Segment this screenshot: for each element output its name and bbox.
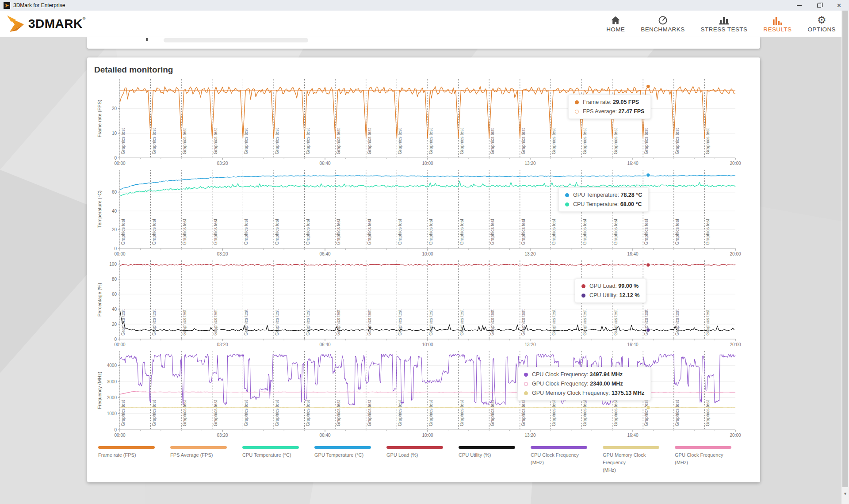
svg-text:Graphics test: Graphics test (582, 128, 587, 154)
svg-text:Graphics test: Graphics test (428, 128, 433, 154)
nav-item-options[interactable]: ⚙OPTIONS (807, 15, 836, 33)
legend-item-cpu-clock-frequency-mhz[interactable]: CPU Clock Frequency (MHz) (531, 446, 603, 474)
svg-text:Graphics test: Graphics test (675, 309, 680, 336)
brand-logo[interactable]: 3DMARK ® (6, 14, 85, 34)
card-title: Detailed monitoring (94, 65, 760, 75)
nav-item-results[interactable]: RESULTS (763, 15, 792, 33)
restore-icon (817, 4, 821, 8)
svg-text:Graphics test: Graphics test (182, 128, 187, 154)
series-color-dot (565, 202, 569, 206)
chart-plot-3[interactable]: 02040608010000:0003:2006:4010:0013:2016:… (94, 259, 753, 349)
svg-text:Graphics test: Graphics test (213, 309, 218, 336)
svg-text:Graphics test: Graphics test (336, 309, 341, 336)
svg-text:Graphics test: Graphics test (490, 400, 495, 426)
legend-item-cpu-utility[interactable]: CPU Utility (%) (459, 446, 531, 474)
svg-text:Graphics test: Graphics test (705, 128, 710, 154)
svg-text:10:00: 10:00 (422, 161, 433, 166)
svg-text:Graphics test: Graphics test (367, 400, 372, 426)
svg-text:Graphics test: Graphics test (336, 219, 341, 245)
series-color-dot (581, 284, 585, 288)
svg-text:06:40: 06:40 (319, 252, 330, 256)
tooltip-text: GPU Temperature: 78.28 °C (573, 192, 642, 198)
series-color-dot (575, 100, 579, 104)
nav-item-benchmarks[interactable]: BENCHMARKS (641, 15, 685, 33)
svg-text:13:20: 13:20 (524, 161, 535, 166)
svg-text:03:20: 03:20 (217, 342, 228, 347)
scroll-down-arrow-icon[interactable]: ▼ (843, 492, 848, 496)
legend-item-fps-average-fps[interactable]: FPS Average (FPS) (170, 446, 242, 474)
svg-text:13:20: 13:20 (524, 252, 535, 256)
svg-text:Graphics test: Graphics test (152, 219, 157, 245)
svg-text:00:00: 00:00 (114, 342, 125, 347)
tooltip-text: FPS Average: 27.47 FPS (583, 108, 644, 115)
svg-text:Graphics test: Graphics test (275, 219, 279, 245)
tooltip-row: GPU Memory Clock Frequency: 1375.13 MHz (524, 390, 644, 396)
svg-text:Graphics test: Graphics test (213, 128, 218, 154)
legend-item-cpu-temperature-c[interactable]: CPU Temperature (°C) (242, 446, 314, 474)
svg-text:16:40: 16:40 (627, 161, 638, 166)
tooltip-text: CPU Temperature: 68.00 °C (573, 201, 642, 207)
tooltip-text: GPU Clock Frequency: 2340.00 MHz (532, 381, 623, 387)
svg-text:Graphics test: Graphics test (521, 400, 526, 426)
svg-text:Graphics test: Graphics test (613, 400, 618, 426)
nav-item-stress-tests[interactable]: STRESS TESTS (701, 15, 748, 33)
results-chart-icon (773, 15, 782, 25)
legend-item-gpu-temperature-c[interactable]: GPU Temperature (°C) (314, 446, 386, 474)
legend-item-gpu-load[interactable]: GPU Load (%) (386, 446, 459, 474)
chart-plot-1[interactable]: 0102000:0003:2006:4010:0013:2016:4020:00… (94, 77, 753, 168)
svg-text:Graphics test: Graphics test (459, 219, 464, 245)
minimize-button[interactable] (789, 0, 809, 11)
legend-item-gpu-clock-frequency-mhz[interactable]: GPU Clock Frequency (MHz) (675, 446, 747, 474)
svg-text:13:20: 13:20 (524, 342, 535, 347)
svg-text:Graphics test: Graphics test (213, 400, 218, 426)
svg-text:20:00: 20:00 (730, 342, 741, 347)
svg-text:Graphics test: Graphics test (613, 309, 618, 336)
svg-text:Graphics test: Graphics test (244, 219, 249, 245)
series-color-dot (575, 110, 579, 114)
svg-text:Graphics test: Graphics test (705, 219, 710, 245)
chart-plot-4[interactable]: 0100020003000400000:0003:2006:4010:0013:… (94, 349, 753, 440)
svg-text:Graphics test: Graphics test (551, 219, 556, 245)
svg-text:16:40: 16:40 (627, 252, 638, 256)
legend-item-frame-rate-fps[interactable]: Frame rate (FPS) (98, 446, 170, 474)
chart-3-tooltip: GPU Load: 99.00 %CPU Utility: 12.12 % (575, 279, 646, 303)
svg-text:16:40: 16:40 (627, 342, 638, 347)
svg-text:Graphics test: Graphics test (490, 219, 495, 245)
legend-label: CPU Utility (%) (459, 451, 520, 459)
svg-text:Graphics test: Graphics test (613, 128, 618, 154)
svg-text:Graphics test: Graphics test (644, 128, 649, 154)
svg-text:00:00: 00:00 (114, 433, 125, 438)
svg-text:Graphics test: Graphics test (459, 309, 464, 336)
bar-chart-icon (719, 15, 729, 25)
legend-color-bar (170, 446, 227, 449)
strip-marker (146, 38, 148, 41)
vertical-scrollbar[interactable]: ▼ (841, 11, 849, 504)
svg-text:1000: 1000 (107, 411, 117, 416)
restore-button[interactable] (809, 0, 829, 11)
chart-plot-2[interactable]: 020406000:0003:2006:4010:0013:2016:4020:… (94, 168, 753, 259)
svg-text:Graphics test: Graphics test (306, 128, 310, 154)
chart-1-tooltip: Frame rate: 29.05 FPSFPS Average: 27.47 … (568, 95, 651, 119)
svg-text:40: 40 (112, 209, 117, 214)
tooltip-row: GPU Clock Frequency: 2340.00 MHz (524, 381, 644, 387)
legend-color-bar (603, 446, 659, 449)
svg-text:Graphics test: Graphics test (152, 309, 157, 336)
svg-text:Graphics test: Graphics test (398, 309, 402, 336)
scrollbar-thumb[interactable] (842, 11, 848, 487)
legend-item-gpu-memory-clock-frequency[interactable]: GPU Memory Clock Frequency (MHz) (603, 446, 675, 474)
nav-item-home[interactable]: HOME (606, 15, 625, 33)
close-button[interactable]: ✕ (829, 0, 849, 11)
svg-text:Graphics test: Graphics test (275, 128, 279, 154)
strip-progress-bar[interactable] (164, 38, 308, 42)
legend-color-bar (98, 446, 155, 449)
svg-text:Graphics test: Graphics test (675, 128, 680, 154)
svg-text:Graphics test: Graphics test (152, 400, 157, 426)
svg-text:10:00: 10:00 (422, 342, 433, 347)
svg-text:Graphics test: Graphics test (459, 128, 464, 154)
svg-text:Graphics test: Graphics test (306, 309, 310, 336)
svg-text:03:20: 03:20 (217, 252, 228, 256)
nav-label: HOME (606, 26, 625, 33)
tooltip-text: Frame rate: 29.05 FPS (583, 99, 639, 105)
svg-text:Graphics test: Graphics test (490, 309, 495, 336)
svg-text:Graphics test: Graphics test (398, 219, 402, 245)
